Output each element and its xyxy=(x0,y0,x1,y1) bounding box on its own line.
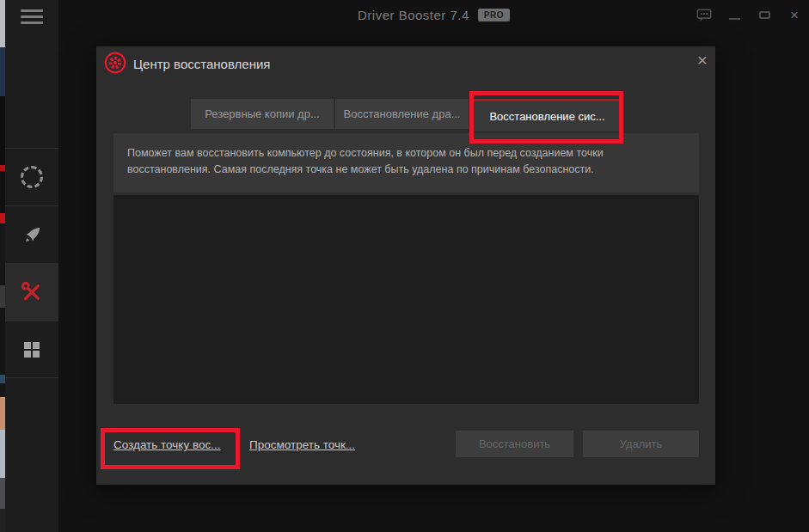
create-restore-point-link[interactable]: Создать точку вос... xyxy=(113,438,220,451)
sidebar-item-rescue-center[interactable] xyxy=(5,263,58,321)
view-restore-points-link[interactable]: Просмотреть точк... xyxy=(249,438,355,451)
hamburger-menu-icon[interactable] xyxy=(21,9,43,24)
sidebar-item-scan[interactable] xyxy=(5,148,58,205)
tools-rescue-icon xyxy=(21,282,42,303)
tab-system-restore[interactable]: Восстановление сис... xyxy=(471,99,623,131)
restore-points-list[interactable] xyxy=(113,195,699,404)
sidebar xyxy=(5,0,58,532)
dialog-title: Центр восстановления xyxy=(133,57,270,71)
delete-button[interactable]: Удалить xyxy=(583,431,699,457)
description-line: Поможет вам восстановить компьютер до со… xyxy=(127,145,685,162)
recovery-gear-icon xyxy=(104,52,126,74)
scan-icon xyxy=(21,166,43,188)
titlebar: Driver Booster 7.4 PRO xyxy=(58,0,809,30)
sidebar-item-toolbox[interactable] xyxy=(5,321,58,378)
sidebar-item-boost[interactable] xyxy=(5,205,58,263)
sidebar-nav xyxy=(5,148,58,378)
recovery-center-dialog: Центр восстановления × Резервные копии д… xyxy=(96,46,715,485)
pro-badge: PRO xyxy=(478,9,510,21)
description-line: восстановления. Самая последняя точка не… xyxy=(127,162,685,178)
tab-description: Поможет вам восстановить компьютер до со… xyxy=(113,133,699,193)
grid-tools-icon xyxy=(22,340,41,359)
boost-rocket-icon xyxy=(22,225,42,245)
app-title: Driver Booster 7.4 xyxy=(358,8,469,22)
dialog-close-icon[interactable]: × xyxy=(697,50,708,70)
restore-button[interactable]: Восстановить xyxy=(456,431,573,457)
tab-driver-restore[interactable]: Восстановление дра... xyxy=(335,99,469,129)
tab-driver-backups[interactable]: Резервные копии др... xyxy=(191,99,334,129)
